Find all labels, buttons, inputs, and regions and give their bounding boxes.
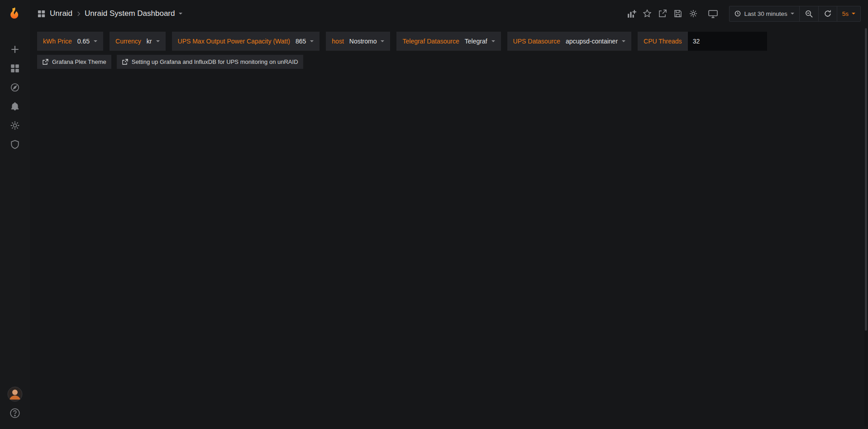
time-controls: Last 30 minutes 5s — [729, 6, 861, 22]
variable-label: UPS Max Output Power Capacity (Watt) — [178, 38, 290, 45]
zoom-out-button[interactable] — [799, 6, 818, 21]
variable-value-dropdown[interactable]: kr — [147, 38, 160, 45]
dashboard-title[interactable]: Unraid System Dashboard — [85, 9, 175, 18]
variable-value-dropdown[interactable]: apcupsd-container — [566, 38, 625, 45]
dashboards-icon[interactable] — [5, 59, 25, 78]
clock-icon — [734, 10, 741, 17]
dropdown-caret-icon — [622, 40, 625, 42]
breadcrumb-folder[interactable]: Unraid — [50, 9, 72, 18]
create-icon[interactable] — [5, 40, 25, 59]
navbar-actions: Last 30 minutes 5s — [627, 6, 861, 22]
variable-telegraf-datasource: Telegraf Datasource Telegraf — [396, 32, 501, 51]
save-dashboard-button[interactable] — [673, 9, 682, 18]
variable-ups-max-output: UPS Max Output Power Capacity (Watt) 865 — [172, 32, 320, 51]
top-navbar: Unraid Unraid System Dashboard — [30, 0, 868, 27]
variable-label: UPS Datasource — [513, 38, 560, 45]
refresh-button[interactable] — [818, 6, 837, 21]
explore-icon[interactable] — [5, 78, 25, 97]
dropdown-caret-icon — [310, 40, 314, 42]
user-avatar[interactable] — [5, 385, 25, 404]
variable-value-dropdown[interactable]: Nostromo — [349, 38, 385, 45]
configuration-gear-icon[interactable] — [5, 116, 25, 135]
dashboard-settings-button[interactable] — [689, 9, 698, 18]
title-caret-icon — [179, 13, 182, 14]
time-range-caret-icon — [791, 13, 794, 14]
template-variables: kWh Price 0.65 Currency kr UPS Max Outpu… — [37, 32, 861, 51]
variable-kwh-price: kWh Price 0.65 — [37, 32, 103, 51]
dropdown-caret-icon — [156, 40, 160, 42]
variable-value-dropdown[interactable]: 0.65 — [77, 38, 97, 45]
alerting-icon[interactable] — [5, 97, 25, 116]
server-admin-shield-icon[interactable] — [5, 135, 25, 154]
variable-ups-datasource: UPS Datasource apcupsd-container — [507, 32, 631, 51]
variable-label: host — [332, 38, 343, 45]
time-range-picker[interactable]: Last 30 minutes — [730, 6, 799, 21]
help-icon[interactable] — [5, 404, 25, 423]
sidebar — [0, 0, 30, 429]
dropdown-caret-icon — [491, 40, 495, 42]
cycle-view-mode-button[interactable] — [708, 9, 718, 19]
variable-label: kWh Price — [43, 38, 72, 45]
time-range-label: Last 30 minutes — [744, 10, 787, 17]
link-grafana-plex-theme[interactable]: Grafana Plex Theme — [37, 55, 111, 69]
refresh-interval-picker[interactable]: 5s — [837, 6, 860, 21]
dashboard-submenu: kWh Price 0.65 Currency kr UPS Max Outpu… — [30, 27, 868, 69]
breadcrumb-separator-icon — [76, 11, 81, 17]
variable-host: host Nostromo — [326, 32, 390, 51]
grafana-flame-icon — [7, 6, 23, 22]
grafana-logo[interactable] — [5, 5, 25, 24]
page-scrollbar[interactable] — [864, 28, 868, 426]
share-dashboard-button[interactable] — [658, 9, 667, 18]
variable-label: CPU Threads — [638, 32, 688, 51]
external-link-icon — [42, 59, 48, 65]
dropdown-caret-icon — [381, 40, 384, 42]
variable-label: Currency — [115, 38, 141, 45]
variable-value-dropdown[interactable]: 865 — [296, 38, 314, 45]
refresh-caret-icon — [852, 13, 855, 14]
cpu-threads-input[interactable] — [688, 32, 767, 51]
dropdown-caret-icon — [94, 40, 97, 42]
external-link-icon — [122, 59, 128, 65]
link-ups-monitoring-guide[interactable]: Setting up Grafana and InfluxDB for UPS … — [117, 55, 303, 69]
dashboard-grid-icon — [37, 10, 46, 18]
variable-currency: Currency kr — [110, 32, 165, 51]
dashboard-body: UPS Stats UPS Load % Last 12 hours Perce… — [30, 69, 44, 70]
refresh-interval-label: 5s — [842, 10, 849, 17]
add-panel-button[interactable] — [627, 9, 636, 19]
dashboard-links: Grafana Plex Theme Setting up Grafana an… — [37, 55, 861, 69]
star-dashboard-button[interactable] — [643, 9, 652, 18]
variable-label: Telegraf Datasource — [402, 38, 459, 45]
variable-cpu-threads: CPU Threads — [638, 32, 767, 51]
variable-value-dropdown[interactable]: Telegraf — [465, 38, 495, 45]
breadcrumb: Unraid Unraid System Dashboard — [37, 9, 182, 18]
